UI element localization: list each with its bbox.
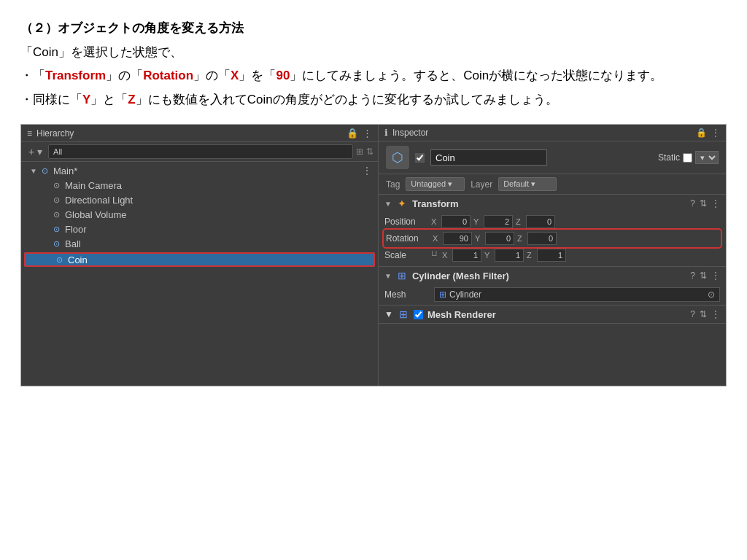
scale-row: Scale ⊔ X Y Z bbox=[384, 249, 720, 262]
transform-header-icons: ? ⇅ ⋮ bbox=[690, 198, 720, 209]
line2: ・「Transform」の「Rotation」の「X」を「90」にしてみましょう… bbox=[20, 65, 727, 88]
tree-item-main[interactable]: ▼ ⊙ Main* ⋮ bbox=[21, 163, 378, 178]
light-icon: ⊙ bbox=[50, 194, 62, 206]
mesh-filter-icon: ⊞ bbox=[396, 270, 408, 281]
tag-dropdown[interactable]: Untagged ▾ bbox=[406, 177, 465, 191]
inspector-header-icons: 🔒 ⋮ bbox=[696, 128, 720, 138]
transform-component: ▼ ✦ Transform ? ⇅ ⋮ Position bbox=[379, 195, 726, 267]
camera-icon: ⊙ bbox=[50, 179, 62, 191]
rotation-x-input[interactable] bbox=[443, 232, 472, 245]
mesh-grid-icon: ⊞ bbox=[439, 289, 446, 300]
tree-item-floor[interactable]: ⊙ Floor bbox=[21, 222, 378, 236]
tree-item-label: Main* bbox=[53, 166, 77, 176]
settings-icon[interactable]: ⇅ bbox=[700, 198, 707, 209]
position-y-input[interactable] bbox=[484, 215, 513, 228]
rotation-y-field: Y bbox=[475, 232, 514, 245]
mesh-renderer-active-checkbox[interactable] bbox=[414, 310, 423, 319]
object-preview-icon: ⬡ bbox=[386, 146, 409, 169]
static-row: Static ▾ bbox=[658, 151, 719, 164]
hierarchy-header: ≡ Hierarchy 🔒 ⋮ bbox=[21, 125, 378, 142]
tree-item-directional-light[interactable]: ⊙ Directional Light bbox=[21, 192, 378, 207]
position-z-field: Z bbox=[516, 215, 555, 228]
layer-dropdown[interactable]: Default ▾ bbox=[498, 177, 557, 191]
scale-x-field: X bbox=[442, 249, 481, 262]
instruction-text: （２）オブジェクトの角度を変える方法 「Coin」を選択した状態で、 ・「Tra… bbox=[0, 0, 747, 124]
link-scale-icon: ⊔ bbox=[431, 249, 438, 262]
hierarchy-tree: ▼ ⊙ Main* ⋮ ⊙ Main Camera ⊙ Directional … bbox=[21, 162, 378, 386]
tree-item-global-volume[interactable]: ⊙ Global Volume bbox=[21, 207, 378, 222]
tree-item-label: Global Volume bbox=[65, 209, 127, 220]
position-z-input[interactable] bbox=[526, 215, 555, 228]
add-button[interactable]: + ▾ bbox=[26, 144, 45, 159]
mesh-renderer-header-icons: ? ⇅ ⋮ bbox=[690, 309, 720, 319]
static-checkbox[interactable] bbox=[683, 153, 692, 163]
position-xyz: X Y Z bbox=[431, 215, 720, 228]
position-x-input[interactable] bbox=[441, 215, 471, 228]
cube-icon: ⊙ bbox=[50, 223, 62, 235]
mesh-filter-component: ▼ ⊞ Cylinder (Mesh Filter) ? ⇅ ⋮ Mesh ⊞ … bbox=[379, 267, 726, 306]
cube-3d-icon: ⬡ bbox=[392, 149, 403, 166]
help-icon[interactable]: ? bbox=[690, 271, 695, 281]
tree-item-main-camera[interactable]: ⊙ Main Camera bbox=[21, 178, 378, 192]
tag-layer-row: Tag Untagged ▾ Layer Default ▾ bbox=[379, 174, 726, 195]
cube-icon: ⊙ bbox=[50, 238, 62, 249]
expand-arrow: ▼ bbox=[30, 167, 39, 175]
sort-icon[interactable]: ⇅ bbox=[366, 147, 374, 157]
rotation-y-input[interactable] bbox=[485, 232, 514, 245]
mesh-filter-header[interactable]: ▼ ⊞ Cylinder (Mesh Filter) ? ⇅ ⋮ bbox=[379, 267, 726, 284]
more-options-icon[interactable]: ⋮ bbox=[711, 128, 720, 138]
more-icon[interactable]: ⋮ bbox=[362, 165, 372, 176]
tree-item-ball[interactable]: ⊙ Ball bbox=[21, 236, 378, 251]
mesh-value-field[interactable]: ⊞ Cylinder ⊙ bbox=[434, 287, 720, 302]
tree-item-label: Directional Light bbox=[65, 195, 133, 206]
tree-item-label: Main Camera bbox=[65, 180, 122, 191]
search-input[interactable] bbox=[48, 144, 353, 159]
mesh-renderer-header[interactable]: ▼ ⊞ Mesh Renderer ? ⇅ ⋮ bbox=[379, 306, 726, 323]
help-icon[interactable]: ? bbox=[690, 309, 695, 319]
object-header: ⬡ Static ▾ bbox=[379, 141, 726, 174]
mesh-select-btn[interactable]: ⊙ bbox=[708, 289, 715, 300]
unity-editor: ≡ Hierarchy 🔒 ⋮ + ▾ ⊞ ⇅ ▼ ⊙ Main* ⋮ bbox=[20, 124, 727, 386]
object-active-checkbox[interactable] bbox=[415, 153, 425, 163]
hierarchy-icon: ≡ bbox=[27, 128, 32, 139]
title-line: （２）オブジェクトの角度を変える方法 bbox=[20, 18, 727, 40]
scale-y-input[interactable] bbox=[495, 249, 524, 262]
expand-arrow-icon: ▼ bbox=[384, 200, 392, 208]
transform-icon: ✦ bbox=[396, 198, 408, 209]
search-icons: ⊞ ⇅ bbox=[356, 147, 374, 157]
inspector-title: Inspector bbox=[392, 128, 428, 138]
mesh-renderer-component: ▼ ⊞ Mesh Renderer ? ⇅ ⋮ bbox=[379, 306, 726, 324]
more-icon[interactable]: ⋮ bbox=[711, 309, 720, 319]
mesh-renderer-icon: ⊞ bbox=[398, 308, 409, 320]
scale-z-field: Z bbox=[527, 249, 566, 262]
help-icon[interactable]: ? bbox=[690, 198, 695, 209]
more-options-icon[interactable]: ⋮ bbox=[363, 128, 372, 139]
hierarchy-panel: ≡ Hierarchy 🔒 ⋮ + ▾ ⊞ ⇅ ▼ ⊙ Main* ⋮ bbox=[21, 125, 379, 386]
line1: 「Coin」を選択した状態で、 bbox=[20, 42, 727, 64]
expand-arrow-icon: ▼ bbox=[384, 272, 392, 280]
static-dropdown[interactable]: ▾ bbox=[695, 151, 719, 164]
rotation-x-field: X bbox=[433, 232, 472, 245]
more-icon[interactable]: ⋮ bbox=[711, 271, 720, 281]
tree-item-label: Ball bbox=[65, 238, 81, 249]
folder-icon: ⊙ bbox=[39, 165, 50, 176]
filter-icon[interactable]: ⊞ bbox=[356, 147, 363, 157]
expand-arrow-icon: ▼ bbox=[384, 309, 393, 319]
position-x-field: X bbox=[431, 215, 471, 228]
lock-icon[interactable]: 🔒 bbox=[347, 128, 358, 139]
lock-icon[interactable]: 🔒 bbox=[696, 128, 707, 138]
rotation-z-input[interactable] bbox=[527, 232, 557, 245]
settings-icon[interactable]: ⇅ bbox=[700, 271, 707, 281]
scale-z-input[interactable] bbox=[537, 249, 566, 262]
transform-header[interactable]: ▼ ✦ Transform ? ⇅ ⋮ bbox=[379, 195, 726, 212]
rotation-row: Rotation X Y Z bbox=[384, 230, 720, 246]
mesh-filter-header-icons: ? ⇅ ⋮ bbox=[690, 271, 720, 281]
object-name-input[interactable] bbox=[430, 149, 547, 166]
settings-icon[interactable]: ⇅ bbox=[700, 309, 707, 319]
scale-x-input[interactable] bbox=[452, 249, 481, 262]
line3: ・同様に「Y」と「Z」にも数値を入れてCoinの角度がどのように変化するか試して… bbox=[20, 89, 727, 112]
more-icon[interactable]: ⋮ bbox=[711, 198, 720, 209]
rotation-xyz: X Y Z bbox=[433, 232, 719, 245]
tree-item-coin[interactable]: ⊙ Coin bbox=[24, 252, 375, 267]
cube-icon: ⊙ bbox=[53, 254, 65, 265]
